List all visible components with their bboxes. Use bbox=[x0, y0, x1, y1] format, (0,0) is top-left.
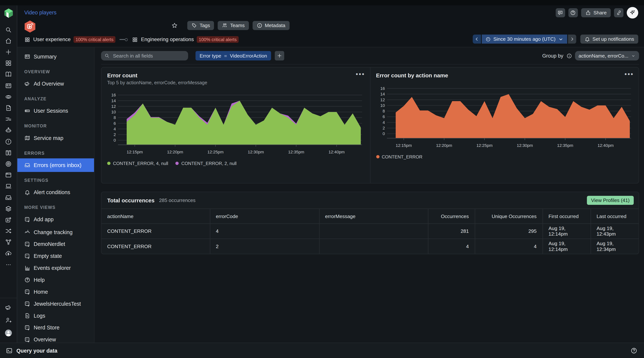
legend-item[interactable]: CONTENT_ERROR, 4, null bbox=[107, 161, 168, 166]
rail-network-button[interactable] bbox=[4, 237, 14, 247]
rail-robot-button[interactable] bbox=[4, 125, 14, 135]
chevron-left-icon bbox=[474, 37, 479, 42]
legend-item[interactable]: CONTENT_ERROR bbox=[376, 154, 422, 159]
svg-text:12:40pm: 12:40pm bbox=[597, 143, 614, 148]
rail-document-button[interactable] bbox=[4, 103, 14, 113]
rail-ellipsis-button[interactable] bbox=[4, 260, 14, 269]
column-header-first-occurred[interactable]: First occurred bbox=[542, 209, 591, 224]
rail-home-button[interactable] bbox=[4, 36, 14, 46]
rail-summary-button[interactable] bbox=[4, 81, 14, 91]
sessions-icon bbox=[24, 108, 30, 114]
help-button[interactable] bbox=[568, 8, 578, 17]
sidebar-item-alert-conditions[interactable]: Alert conditions bbox=[17, 186, 94, 199]
query-your-data-button[interactable]: Query your data bbox=[6, 347, 58, 354]
rail-laptop-button[interactable] bbox=[4, 181, 14, 191]
sidebar-item-add-app[interactable]: Add app bbox=[17, 213, 94, 226]
svg-text:16: 16 bbox=[380, 86, 385, 91]
rail-icons bbox=[4, 23, 14, 271]
rail-plus-button[interactable] bbox=[4, 47, 14, 57]
rail-target-button[interactable] bbox=[4, 159, 14, 169]
rail-lines-button[interactable] bbox=[4, 114, 14, 124]
button-label: Tags bbox=[200, 23, 210, 28]
column-header-actionname[interactable]: actionName bbox=[102, 209, 210, 224]
rail-video-player-button[interactable] bbox=[4, 215, 14, 225]
user-plus-icon bbox=[5, 316, 12, 323]
breadcrumb-item-user-experience[interactable]: User experience100% critical alerts bbox=[24, 36, 116, 43]
rail-alert-octagon-button[interactable] bbox=[4, 137, 14, 146]
sidebar-item-jewelsherculestest[interactable]: JewelsHerculesTest bbox=[17, 298, 94, 310]
chart-menu-button[interactable]: ●●● bbox=[624, 72, 634, 76]
add-filter-button[interactable] bbox=[275, 51, 284, 61]
metadata-button[interactable]: Metadata bbox=[252, 21, 289, 30]
search-input[interactable] bbox=[101, 51, 188, 61]
sidebar-item-label: Nerd Store bbox=[34, 324, 60, 331]
sidebar-item-events-explorer[interactable]: Events explorer bbox=[17, 262, 94, 274]
svg-text:12:25pm: 12:25pm bbox=[476, 143, 492, 148]
sidebar-item-label: Errors (errors inbox) bbox=[34, 162, 82, 168]
ai-assistant-button[interactable] bbox=[627, 7, 638, 19]
rail-grid-button[interactable] bbox=[4, 58, 14, 68]
inbox-icon bbox=[5, 194, 12, 201]
time-picker-group: Since 30 minutes ago (UTC) bbox=[473, 35, 576, 44]
rail-globe-button[interactable] bbox=[4, 92, 14, 102]
view-profiles-button[interactable]: View Profiles (41) bbox=[587, 196, 634, 205]
rail-avatar-button[interactable] bbox=[4, 328, 14, 338]
sidebar-item-demonerdlet[interactable]: DemoNerdlet bbox=[17, 238, 94, 250]
table-row[interactable]: CONTENT_ERROR4281295Aug 19, 12:14pmAug 1… bbox=[102, 224, 639, 239]
new-relic-logo[interactable] bbox=[3, 8, 14, 19]
sidebar-item-user-sessions[interactable]: User Sessions bbox=[17, 104, 94, 118]
sidebar-item-nerd-store[interactable]: Nerd Store bbox=[17, 322, 94, 334]
copy-link-button[interactable] bbox=[614, 8, 624, 17]
column-header-unique-occurrences[interactable]: Unique Occurrences bbox=[475, 209, 542, 224]
cell-errorcode: 2 bbox=[210, 239, 319, 254]
group-by-dropdown[interactable]: actionName, errorCo... bbox=[575, 51, 639, 61]
time-forward-button[interactable] bbox=[568, 35, 576, 44]
column-header-errorcode[interactable]: errorCode bbox=[210, 209, 319, 224]
rail-book-button[interactable] bbox=[4, 70, 14, 79]
rail-browser-button[interactable] bbox=[4, 170, 14, 180]
breadcrumb-item-engineering-operations[interactable]: Engineering operations100% critical aler… bbox=[132, 36, 238, 43]
sidebar-item-errors-errors-inbox-[interactable]: Errors (errors inbox) bbox=[17, 158, 94, 172]
legend-item[interactable]: CONTENT_ERROR, 2, null bbox=[176, 161, 236, 166]
rail-layers-button[interactable] bbox=[4, 204, 14, 214]
chart-title: Error count bbox=[107, 72, 364, 78]
column-header-errormessage[interactable]: errorMessage bbox=[319, 209, 428, 224]
chart-menu-button[interactable]: ●●● bbox=[356, 72, 365, 76]
favorite-star-icon[interactable] bbox=[171, 22, 178, 29]
time-back-button[interactable] bbox=[473, 35, 481, 44]
time-picker-dropdown[interactable]: Since 30 minutes ago (UTC) bbox=[482, 35, 567, 44]
search-field[interactable] bbox=[112, 53, 178, 59]
sidebar-item-service-map[interactable]: Service map bbox=[17, 131, 94, 145]
feedback-button[interactable] bbox=[556, 8, 565, 17]
chart-legend: CONTENT_ERROR, 4, nullCONTENT_ERROR, 2, … bbox=[107, 161, 364, 166]
bottom-help-button[interactable] bbox=[630, 347, 637, 354]
rail-inbox-button[interactable] bbox=[4, 193, 14, 202]
sidebar-item-change-tracking[interactable]: Change tracking bbox=[17, 226, 94, 238]
sidebar-item-logs[interactable]: Logs bbox=[17, 310, 94, 322]
tags-button[interactable]: Tags bbox=[187, 21, 214, 30]
sidebar-item-help[interactable]: Help bbox=[17, 274, 94, 286]
filter-chip-error-type[interactable]: Error type = VideoErrorAction bbox=[196, 51, 271, 61]
column-header-occurrences[interactable]: Occurrences bbox=[428, 209, 475, 224]
sidebar-item-empty-state[interactable]: Empty state bbox=[17, 250, 94, 262]
summary-icon bbox=[24, 53, 30, 60]
teams-button[interactable]: Teams bbox=[218, 21, 249, 30]
table-row[interactable]: CONTENT_ERROR244Aug 19, 12:14pmAug 19, 1… bbox=[102, 239, 639, 254]
setup-notifications-button[interactable]: Set up notifications bbox=[580, 35, 638, 44]
rail-split-button[interactable] bbox=[4, 226, 14, 236]
entity-title-actions: TagsTeamsMetadata bbox=[171, 21, 289, 30]
share-button[interactable]: Share bbox=[581, 8, 611, 17]
sidebar-item-summary[interactable]: Summary bbox=[17, 50, 94, 63]
column-header-last-occurred[interactable]: Last occurred bbox=[591, 209, 639, 224]
entity-breadcrumb-link[interactable]: Video players bbox=[24, 10, 56, 16]
rail-columns-button[interactable] bbox=[4, 148, 14, 158]
critical-alerts-badge: 100% critical alerts bbox=[74, 36, 116, 43]
sidebar-item-ad-overview[interactable]: Ad Overview bbox=[17, 77, 94, 91]
rail-search-button[interactable] bbox=[4, 25, 14, 35]
sidebar-item-home[interactable]: Home bbox=[17, 286, 94, 298]
rail-cloud-dollar-button[interactable] bbox=[4, 249, 14, 258]
svg-text:12:15pm: 12:15pm bbox=[127, 150, 143, 154]
rail-megaphone-button[interactable] bbox=[4, 302, 14, 312]
rail-user-plus-button[interactable] bbox=[4, 315, 14, 325]
sidebar-item-overview[interactable]: Overview bbox=[17, 333, 94, 342]
